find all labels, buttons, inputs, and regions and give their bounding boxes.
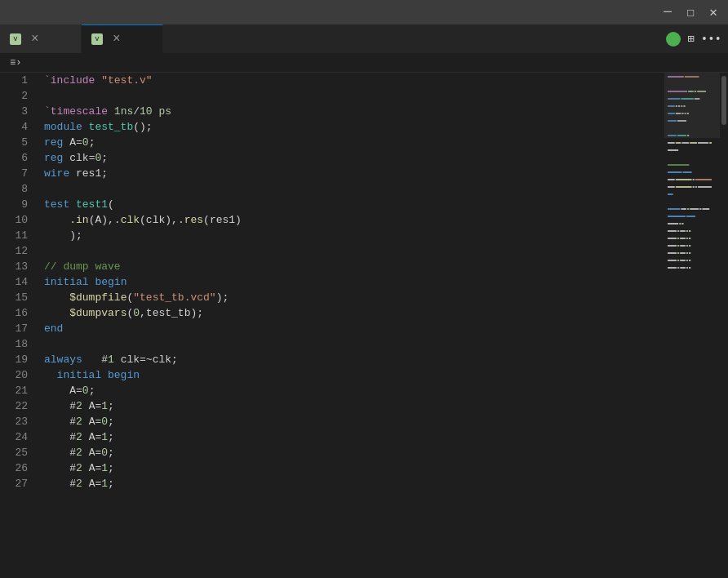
token [44,305,69,321]
line-number: 15 [0,290,34,305]
menu-bar[interactable] [7,11,78,14]
token: ; [89,383,95,398]
line-number: 23 [0,414,34,429]
token: begin [108,367,140,383]
token: ); [216,290,229,305]
token: 10 ps [140,104,171,119]
token: # [44,476,76,491]
code-line: `timescale 1ns/10 ps [44,104,664,119]
token: # [89,352,108,367]
token: 0 [82,135,89,150]
token: clk= [114,352,146,367]
window-controls[interactable]: ─ ☐ ✕ [659,4,721,20]
token: ; [108,476,114,491]
token: 1 [108,352,114,367]
line-number: 17 [0,321,34,336]
token: initial [44,274,95,290]
token: ; [108,398,114,414]
remote-indicator[interactable] [666,32,681,47]
token: ( [127,290,133,305]
token: 0 [133,305,140,321]
close-button[interactable]: ✕ [705,4,721,20]
code-line: #2 A=0; [44,445,664,460]
token: $dumpfile [69,290,127,305]
token: "test_tb.vcd" [133,290,215,305]
minimap[interactable] [664,73,720,578]
token: always [44,352,89,367]
line-number: 27 [0,476,34,491]
line-number: 2 [0,88,34,104]
token [44,212,69,228]
line-number: 1 [0,73,34,88]
minimize-button[interactable]: ─ [659,5,676,20]
line-number: 24 [0,429,34,445]
menu-goto[interactable] [21,11,34,14]
line-number: 14 [0,274,34,290]
scrollbar-thumb[interactable] [721,76,726,125]
minimap-canvas [664,73,720,578]
code-line: module test_tb(); [44,119,664,135]
token: A= [82,414,101,429]
line-number: 11 [0,228,34,243]
tab-test-v-close[interactable]: × [31,33,39,46]
token: begin [95,274,127,290]
token: = [89,150,95,166]
line-number: 12 [0,243,34,259]
token: 1ns [114,104,133,119]
token: // dump wave [44,259,121,274]
tab-icon-active: v [91,33,103,45]
token: (res1) [203,212,242,228]
split-editor-button[interactable]: ⊞ [687,32,694,46]
code-line [44,243,664,259]
code-line [44,336,664,352]
code-line: #2 A=1; [44,398,664,414]
token: reg [44,150,69,166]
more-actions-button[interactable]: ••• [701,33,721,46]
tab-test-tb-v-close[interactable]: × [113,33,121,46]
token: end [44,321,63,336]
token: A= [82,476,101,491]
line-number: 21 [0,383,34,398]
token: "test.v" [101,73,152,88]
code-line [44,181,664,197]
code-line: `include "test.v" [44,73,664,88]
line-number: 6 [0,150,34,166]
token: # [44,398,76,414]
token: (A), [89,212,114,228]
code-line: A=0; [44,383,664,398]
tab-test-v[interactable]: v × [0,24,82,53]
token: A= [82,398,101,414]
code-line: $dumpfile("test_tb.vcd"); [44,290,664,305]
token: ( [108,197,114,212]
maximize-button[interactable]: ☐ [682,4,699,20]
token: 2 [76,460,82,476]
token: (clk), [140,212,178,228]
token: 2 [76,398,82,414]
token: ; [108,414,114,429]
token: initial [44,367,108,383]
code-content[interactable]: `include "test.v" `timescale 1ns/10 psmo… [41,73,664,578]
vertical-scrollbar[interactable] [720,73,728,578]
token: 2 [76,445,82,460]
token: = [76,135,82,150]
code-line: #2 A=0; [44,414,664,429]
token: ; [108,460,114,476]
token: / [133,104,140,119]
menu-terminal[interactable] [51,11,64,14]
tab-test-tb-v[interactable]: v × [82,24,163,53]
menu-run[interactable] [36,11,49,14]
token: `timescale [44,104,114,119]
menu-help[interactable] [65,11,78,14]
token: 0 [101,414,108,429]
line-number: 9 [0,197,34,212]
token: 1 [101,460,108,476]
code-line: wire res1; [44,166,664,181]
menu-file[interactable] [7,11,20,14]
breadcrumb-file[interactable]: ≡ [10,57,16,69]
token: `include [44,73,101,88]
code-line: #2 A=1; [44,460,664,476]
token: ); [44,228,82,243]
line-number: 26 [0,460,34,476]
token: 1 [101,429,108,445]
token: ; [108,445,114,460]
